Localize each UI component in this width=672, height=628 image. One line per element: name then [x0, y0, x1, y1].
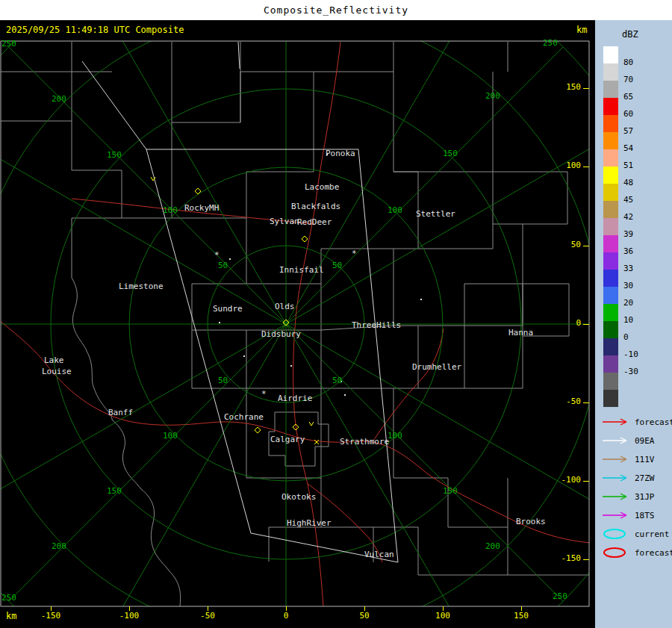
- colorbar-value: 54: [623, 144, 633, 153]
- town-dot: [219, 322, 220, 323]
- legend-item: forecast: [601, 545, 672, 560]
- colorbar-value: 10: [623, 316, 633, 325]
- colorbar-box: [603, 252, 618, 270]
- legend-label: 31JP: [635, 492, 655, 502]
- colorbar-box: [603, 218, 618, 235]
- colorbar-value: 30: [623, 282, 633, 290]
- colorbar-value: -30: [623, 367, 638, 376]
- colorbar-box: [603, 81, 618, 98]
- colorbar-box: [603, 167, 618, 184]
- legend-item: 09EA: [601, 433, 655, 448]
- legend-ellipse-icon: [601, 528, 631, 540]
- colorbar-box: [603, 184, 618, 201]
- colorbar-value: 48: [623, 178, 633, 187]
- town-dot: [420, 299, 422, 300]
- colorbar-box: [603, 338, 618, 355]
- star-marker: *: [352, 249, 357, 258]
- town-dot: [229, 258, 231, 260]
- legend-arrow-icon: [601, 491, 631, 503]
- legend-ellipse-icon: [601, 547, 631, 559]
- colorbar-value: 39: [623, 230, 633, 239]
- legend-arrow-icon: [601, 416, 631, 428]
- colorbar-title: dBZ: [622, 29, 638, 40]
- legend-label: 27ZW: [635, 473, 655, 483]
- legend-label: 111V: [635, 455, 655, 464]
- colorbar-box: [603, 321, 618, 338]
- colorbar-box: [603, 355, 618, 373]
- colorbar-box: [603, 373, 618, 390]
- legend-label: current: [635, 529, 669, 539]
- town-dot: [340, 381, 342, 382]
- colorbar-value: -10: [623, 350, 638, 359]
- colorbar-value: 0: [623, 333, 629, 342]
- colorbar-box: [603, 304, 618, 321]
- title-bar: Composite_Reflectivity: [0, 0, 672, 20]
- colorbar-box: [603, 390, 618, 407]
- colorbar-box: [603, 287, 618, 304]
- colorbar-box: [603, 98, 618, 115]
- town-dot: [326, 154, 328, 155]
- colorbar-value: 57: [623, 127, 633, 136]
- legend-item: forecast: [601, 414, 672, 429]
- colorbar-box: [603, 149, 618, 167]
- colorbar-value: 60: [623, 110, 633, 119]
- colorbar-value: 45: [623, 196, 633, 205]
- colorbar-box: [603, 270, 618, 287]
- legend-item: 27ZW: [601, 470, 655, 485]
- legend-arrow-icon: [601, 509, 631, 521]
- sidebar: dBZ 807065605754514845423936333020100-10…: [595, 20, 672, 628]
- window-title: Composite_Reflectivity: [264, 4, 408, 16]
- star-marker: *: [261, 389, 267, 399]
- colorbar-value: 65: [623, 93, 633, 102]
- colorbar-box: [603, 63, 618, 81]
- town-dot: [290, 365, 292, 367]
- legend-label: forecast: [635, 417, 672, 427]
- legend-label: 09EA: [635, 436, 655, 446]
- colorbar-value: 42: [623, 213, 633, 222]
- colorbar-box: [603, 132, 618, 149]
- legend-arrow-icon: [601, 453, 631, 465]
- colorbar-value: 20: [623, 299, 633, 308]
- colorbar-box: [603, 235, 618, 252]
- legend-item: 31JP: [601, 489, 655, 504]
- radar-application-window: Composite_Reflectivity: [0, 0, 672, 628]
- dbz-colorbar: 807065605754514845423936333020100-10-30: [603, 46, 671, 420]
- legend-item: current: [601, 526, 669, 541]
- colorbar-value: 70: [623, 75, 633, 84]
- star-marker: *: [214, 250, 220, 260]
- legend-arrow-icon: [601, 435, 631, 447]
- colorbar-value: 33: [623, 264, 633, 273]
- legend-item: 18TS: [601, 508, 655, 523]
- radar-map-canvas[interactable]: ***: [0, 20, 595, 628]
- colorbar-value: 80: [623, 58, 633, 67]
- town-dot: [344, 394, 346, 396]
- colorbar-value: 51: [623, 161, 633, 170]
- legend-label: 18TS: [635, 511, 655, 520]
- colorbar-box: [603, 201, 618, 218]
- legend-arrow-icon: [601, 472, 631, 484]
- legend-label: forecast: [635, 548, 672, 558]
- colorbar-box: [603, 115, 618, 132]
- colorbar-value: 36: [623, 247, 633, 256]
- legend-item: 111V: [601, 452, 655, 467]
- colorbar-box: [603, 46, 618, 63]
- town-dot: [243, 355, 245, 357]
